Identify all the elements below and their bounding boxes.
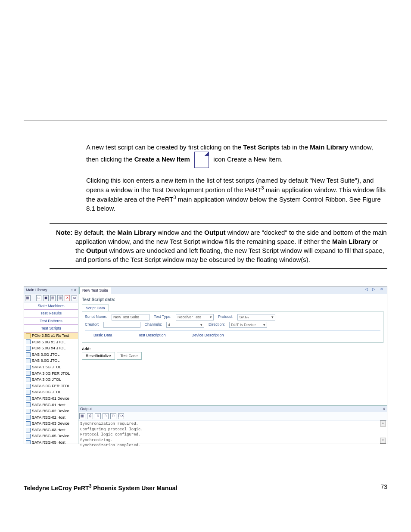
sidebar-title-bar[interactable]: Main Library ↕ × bbox=[24, 286, 78, 294]
bold: Main Library bbox=[310, 143, 348, 151]
text: tab in the bbox=[281, 143, 310, 151]
bold: Test Scripts bbox=[243, 143, 280, 151]
item-icon bbox=[26, 339, 31, 344]
list-item[interactable]: PCIe 2.5G x1 Rx Test bbox=[24, 333, 78, 339]
item-icon bbox=[26, 402, 31, 407]
sidebar-tool-icon[interactable]: ▥ bbox=[57, 295, 63, 301]
creator-input[interactable] bbox=[103, 322, 140, 328]
item-icon bbox=[26, 377, 31, 382]
doc-tab-controls[interactable]: ◁ ▷ ✕ bbox=[363, 286, 387, 294]
protocol-select[interactable]: SATA▾ bbox=[237, 314, 275, 320]
add-button[interactable]: Test Case bbox=[117, 352, 142, 360]
output-line: Synchronization completed. bbox=[80, 443, 385, 448]
text: icon Create a New Item. bbox=[213, 156, 283, 163]
list-item[interactable]: SATA 3.0G JTOL bbox=[24, 376, 78, 383]
output-tool-icon[interactable]: ℹ bbox=[95, 413, 101, 419]
list-item[interactable]: SATA RSG-02 Host bbox=[24, 414, 78, 421]
sidebar-tab[interactable]: Test Scripts bbox=[24, 325, 78, 333]
item-label: SATA 6.0G JTOL bbox=[32, 389, 61, 395]
item-icon bbox=[26, 352, 31, 357]
script-name-input[interactable]: New Test Suite bbox=[112, 314, 149, 320]
sidebar-tool-icon[interactable]: ⧉ bbox=[72, 295, 77, 301]
list-item[interactable]: SAS 3.0G JTOL bbox=[24, 352, 78, 358]
list-item[interactable]: SATA RSG-05 Device bbox=[24, 433, 78, 439]
doc-tab[interactable]: New Test Suite bbox=[79, 287, 111, 294]
scroll-up-button[interactable]: ▴ bbox=[380, 420, 386, 426]
item-icon bbox=[26, 390, 31, 395]
para-2: Clicking this icon enters a new item in … bbox=[86, 176, 387, 213]
form-subtab[interactable]: Test Description bbox=[138, 333, 166, 338]
list-item[interactable]: SATA 1.5G JTOL bbox=[24, 364, 78, 370]
output-title-bar[interactable]: Output × bbox=[78, 406, 387, 412]
list-item[interactable]: SAS 6.0G JTOL bbox=[24, 358, 78, 364]
item-label: SATA RSG-03 Host bbox=[32, 427, 65, 433]
list-item[interactable]: PCIe 5.0G x1 JTOL bbox=[24, 339, 78, 345]
sidebar-tabs: State MachinesTest ResultsTest PatternsT… bbox=[24, 302, 78, 333]
item-icon bbox=[26, 384, 31, 389]
list-item[interactable]: SATA RSG-03 Device bbox=[24, 420, 78, 427]
item-label: SATA RSG-01 Host bbox=[32, 402, 65, 408]
sidebar-toolbar: ▦□▣▤▥✕⧉ bbox=[24, 294, 78, 302]
item-icon bbox=[26, 358, 31, 363]
item-icon bbox=[26, 428, 31, 432]
output-title: Output bbox=[80, 406, 92, 412]
sidebar-tool-icon[interactable]: ▦ bbox=[25, 295, 31, 301]
output-line: Configuring protocol logic. bbox=[80, 427, 385, 432]
channels-select[interactable]: 4▾ bbox=[166, 322, 204, 328]
list-item[interactable]: SATA RSG-02 Device bbox=[24, 408, 78, 414]
item-label: SATA RSG-01 Device bbox=[32, 396, 69, 401]
sidebar-tool-icon[interactable]: ▤ bbox=[50, 295, 56, 301]
list-item[interactable]: SATA RSG-01 Device bbox=[24, 395, 78, 402]
close-icon[interactable]: × bbox=[383, 406, 385, 412]
body-text-block: A new test script can be created by firs… bbox=[86, 143, 387, 213]
list-item[interactable]: SATA RSG-05 Host bbox=[24, 439, 78, 444]
page-number: 73 bbox=[380, 483, 387, 492]
list-item[interactable]: SATA 6.0G FER JTOL bbox=[24, 383, 78, 389]
direction-select[interactable]: DUT is Device▾ bbox=[229, 322, 267, 328]
form-area: Test Script data: Script Data Script Nam… bbox=[78, 294, 387, 406]
item-label: SATA 3.0G FER JTOL bbox=[32, 371, 70, 376]
output-line: Protocol logic configured. bbox=[80, 432, 385, 438]
item-icon bbox=[26, 365, 31, 370]
item-label: SATA RSG-02 Device bbox=[32, 408, 69, 414]
output-tool-icon[interactable]: ⚐✕ bbox=[118, 413, 124, 419]
chevron-down-icon: ▾ bbox=[210, 314, 212, 320]
output-panel: Output × ▦⎙ℹ⚐⚐⚐✕ Synchronization require… bbox=[78, 405, 387, 444]
list-item[interactable]: SATA RSG-03 Host bbox=[24, 427, 78, 433]
top-rule bbox=[24, 121, 387, 121]
sidebar-tab[interactable]: Test Patterns bbox=[24, 317, 78, 325]
test-type-select[interactable]: Receiver Test▾ bbox=[176, 314, 214, 320]
sidebar-title-controls[interactable]: ↕ × bbox=[71, 287, 76, 293]
sidebar-tree: PCIe 2.5G x1 Rx TestPCIe 5.0G x1 JTOLPCI… bbox=[24, 333, 78, 444]
sidebar-tool-icon[interactable]: ▣ bbox=[43, 295, 49, 301]
item-label: PCIe 5.0G x4 JTOL bbox=[32, 345, 65, 351]
form-title: Test Script data: bbox=[82, 297, 383, 303]
list-item[interactable]: SATA 3.0G FER JTOL bbox=[24, 370, 78, 377]
item-label: SATA RSG-05 Host bbox=[32, 440, 65, 444]
output-tool-icon[interactable]: ▦ bbox=[79, 413, 85, 419]
output-tool-icon[interactable]: ⚐ bbox=[103, 413, 109, 419]
bold: Create a New Item bbox=[134, 156, 190, 163]
form-subtab[interactable]: Basic Data bbox=[93, 333, 112, 338]
add-button[interactable]: Reset/Initialize bbox=[82, 352, 115, 360]
new-item-icon bbox=[194, 152, 209, 168]
form-subtab[interactable]: Device Description bbox=[192, 333, 224, 338]
output-tool-icon[interactable]: ⚐ bbox=[110, 413, 116, 419]
channels-label: Channels: bbox=[145, 322, 162, 328]
item-icon bbox=[26, 371, 31, 376]
main-area: New Test Suite ◁ ▷ ✕ Test Script data: S… bbox=[78, 286, 387, 444]
list-item[interactable]: SATA 6.0G JTOL bbox=[24, 389, 78, 395]
chevron-down-icon: ▾ bbox=[271, 314, 274, 320]
sidebar-tab[interactable]: State Machines bbox=[24, 302, 78, 310]
bold: Main Library bbox=[332, 238, 371, 245]
list-item[interactable]: SATA RSG-01 Host bbox=[24, 402, 78, 408]
sidebar-tool-icon[interactable]: □ bbox=[36, 295, 42, 301]
sidebar-tool-icon[interactable]: ✕ bbox=[65, 295, 70, 301]
script-data-tab[interactable]: Script Data bbox=[82, 305, 109, 311]
sidebar-tab[interactable]: Test Results bbox=[24, 310, 78, 317]
list-item[interactable]: PCIe 5.0G x4 JTOL bbox=[24, 345, 78, 352]
item-icon bbox=[26, 415, 31, 420]
scroll-down-button[interactable]: ▾ bbox=[380, 438, 386, 444]
output-tool-icon[interactable]: ⎙ bbox=[87, 413, 93, 419]
protocol-label: Protocol: bbox=[218, 314, 234, 320]
